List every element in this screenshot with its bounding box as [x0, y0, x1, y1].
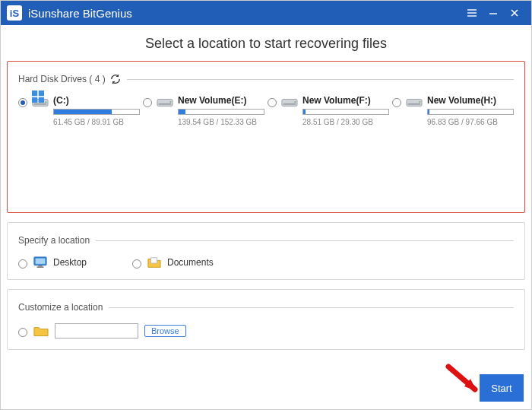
- svg-rect-19: [407, 99, 422, 106]
- svg-rect-26: [151, 258, 157, 263]
- location-desktop[interactable]: Desktop: [18, 256, 87, 269]
- drive-name: New Volume(H:): [427, 95, 514, 106]
- radio[interactable]: [18, 259, 27, 269]
- close-button[interactable]: [504, 1, 525, 25]
- hdd-icon: [32, 97, 49, 109]
- svg-rect-9: [39, 97, 44, 103]
- radio[interactable]: [392, 98, 401, 107]
- divider: [96, 240, 514, 241]
- desktop-icon: [33, 256, 47, 269]
- page-title: Select a location to start recovering fi…: [7, 36, 525, 52]
- svg-rect-16: [282, 99, 297, 106]
- drive-item[interactable]: New Volume(E:) 139.54 GB / 152.33 GB: [143, 95, 264, 126]
- app-title: iSunshare BitGenius: [28, 7, 132, 20]
- drive-name: New Volume(E:): [178, 95, 264, 106]
- drive-name: New Volume(F:): [302, 95, 389, 106]
- svg-rect-17: [283, 103, 296, 105]
- hdd-panel: Hard Disk Drives ( 4 ) (C:) 61.45 GB / 8…: [7, 61, 525, 213]
- svg-rect-13: [157, 99, 173, 106]
- svg-rect-6: [32, 91, 37, 96]
- drive-item[interactable]: (C:) 61.45 GB / 89.91 GB: [18, 95, 140, 126]
- usage-bar: [53, 109, 140, 115]
- location-documents[interactable]: Documents: [132, 256, 214, 269]
- drive-item[interactable]: New Volume(H:) 96.83 GB / 97.66 GB: [392, 95, 514, 126]
- location-label: Documents: [167, 257, 214, 268]
- annotation-arrow: [445, 361, 483, 399]
- titlebar: iS iSunshare BitGenius: [1, 1, 531, 25]
- path-input[interactable]: [55, 323, 138, 338]
- app-logo-icon: iS: [7, 5, 22, 21]
- refresh-icon[interactable]: [110, 74, 121, 84]
- customize-panel: Customize a location Browse: [7, 289, 525, 350]
- hdd-icon: [406, 97, 423, 109]
- start-button[interactable]: Start: [480, 374, 524, 402]
- svg-rect-20: [408, 103, 421, 105]
- drive-item[interactable]: New Volume(F:) 28.51 GB / 29.30 GB: [268, 95, 389, 126]
- svg-point-15: [169, 101, 171, 103]
- specify-panel: Specify a location Desktop Documents: [7, 222, 525, 280]
- location-label: Desktop: [53, 257, 87, 268]
- svg-point-21: [419, 101, 420, 103]
- browse-button[interactable]: Browse: [144, 325, 186, 337]
- hdd-label: Hard Disk Drives ( 4 ): [18, 74, 121, 84]
- drive-size: 28.51 GB / 29.30 GB: [302, 118, 389, 126]
- svg-rect-11: [34, 103, 47, 105]
- radio[interactable]: [132, 259, 141, 269]
- drive-name: (C:): [53, 95, 140, 106]
- radio[interactable]: [268, 98, 277, 107]
- usage-bar: [427, 109, 514, 115]
- drive-list: (C:) 61.45 GB / 89.91 GB New Volume(E:) …: [18, 95, 514, 126]
- svg-rect-25: [36, 266, 43, 267]
- customize-label: Customize a location: [18, 302, 103, 313]
- svg-point-18: [294, 101, 296, 103]
- main-body: Select a location to start recovering fi…: [1, 25, 531, 409]
- specify-label: Specify a location: [18, 235, 90, 246]
- drive-size: 96.83 GB / 97.66 GB: [427, 118, 514, 126]
- documents-icon: [147, 256, 161, 269]
- radio[interactable]: [18, 328, 27, 337]
- svg-rect-24: [38, 265, 42, 267]
- drive-size: 61.45 GB / 89.91 GB: [53, 118, 140, 126]
- svg-rect-14: [159, 103, 172, 105]
- menu-button[interactable]: [461, 1, 483, 25]
- svg-rect-7: [39, 91, 44, 96]
- drive-size: 139.54 GB / 152.33 GB: [178, 118, 264, 126]
- svg-rect-8: [32, 97, 37, 103]
- folder-icon: [33, 325, 49, 337]
- svg-rect-23: [36, 259, 46, 264]
- app-window: iS iSunshare BitGenius Select a location…: [0, 0, 532, 410]
- minimize-button[interactable]: [483, 1, 504, 25]
- radio[interactable]: [18, 98, 27, 107]
- divider: [127, 79, 514, 80]
- usage-bar: [302, 109, 389, 115]
- hdd-icon: [157, 97, 173, 109]
- radio[interactable]: [143, 98, 152, 107]
- usage-bar: [178, 109, 264, 115]
- divider: [109, 307, 514, 308]
- hdd-icon: [281, 97, 298, 109]
